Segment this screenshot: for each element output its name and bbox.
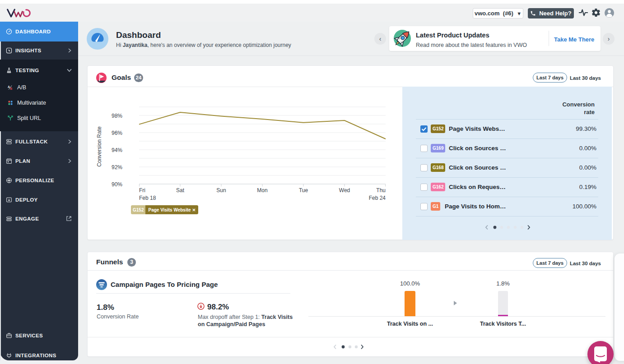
svg-text:Feb 24: Feb 24 [369,195,386,201]
svg-text:A: A [8,85,10,88]
svg-text:92%: 92% [112,164,122,170]
svg-text:96%: 96% [112,130,122,136]
svg-text:Conversion Rate: Conversion Rate [96,126,102,167]
svg-text:Sun: Sun [216,187,226,194]
svg-text:Tue: Tue [299,187,308,194]
svg-text:Sat: Sat [176,187,185,194]
svg-text:90%: 90% [112,181,122,188]
svg-text:94%: 94% [112,147,122,153]
svg-text:Thu: Thu [376,187,386,194]
svg-text:Mon: Mon [257,187,267,194]
svg-text:Fri: Fri [139,187,145,194]
svg-text:Wed: Wed [339,187,350,194]
svg-text:98%: 98% [112,113,122,119]
svg-text:Feb 18: Feb 18 [139,195,156,201]
